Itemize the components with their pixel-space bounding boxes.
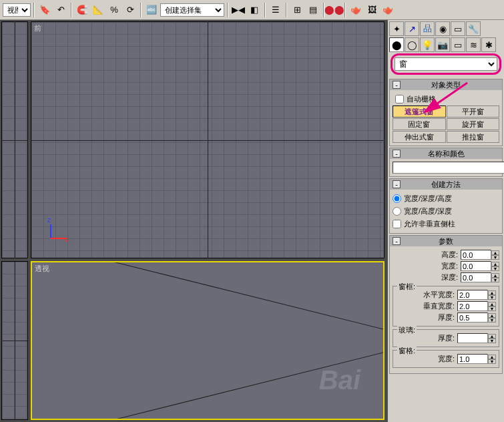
rollout-header[interactable]: - 对象类型: [390, 79, 502, 90]
curve-editor-icon[interactable]: ⊞: [290, 3, 304, 17]
rollout-header[interactable]: - 名称和颜色: [390, 148, 502, 159]
gthick-spinner[interactable]: [457, 333, 488, 343]
group-frame: 窗框: 水平宽度: ▲▼ 垂直宽度: ▲▼ 厚度: ▲▼: [393, 286, 499, 327]
layers-icon[interactable]: ☰: [268, 3, 283, 17]
spinner-down-icon[interactable]: ▼: [488, 339, 496, 343]
vwidth-label: 垂直宽度:: [423, 301, 455, 311]
category-highlight: 窗: [391, 53, 501, 75]
obj-btn-projected-window[interactable]: 伸出式窗: [393, 131, 446, 143]
hwidth-spinner[interactable]: [457, 290, 488, 300]
spinner-down-icon[interactable]: ▼: [491, 255, 499, 260]
obj-btn-sliding-window[interactable]: 推拉窗: [447, 131, 500, 143]
separator: [264, 3, 266, 17]
tab-motion-icon[interactable]: ◉: [435, 21, 450, 36]
collapse-icon[interactable]: -: [393, 180, 401, 188]
spinner-down-icon[interactable]: ▼: [488, 318, 496, 323]
tab-utilities-icon[interactable]: 🔧: [466, 21, 481, 36]
subtab-systems-icon[interactable]: ✱: [481, 37, 496, 52]
selection-set-dropdown[interactable]: 创建选择集: [160, 3, 224, 17]
spinner-up-icon[interactable]: ▲: [491, 262, 499, 266]
radio-wdh[interactable]: [393, 194, 401, 203]
viewport-label: 前: [34, 23, 41, 33]
render-setup-icon[interactable]: 🫖: [348, 3, 363, 17]
group-glass: 玻璃: 厚度: ▲▼: [393, 329, 499, 347]
viewport-bottom-left-small[interactable]: [1, 261, 28, 420]
spinner-up-icon[interactable]: ▲: [491, 250, 499, 255]
render-frame-icon[interactable]: 🖼: [364, 3, 379, 17]
spinner-up-icon[interactable]: ▲: [491, 273, 499, 278]
quick-render-icon[interactable]: 🫖: [381, 3, 395, 17]
spinner-up-icon[interactable]: ▲: [488, 290, 496, 295]
tab-hierarchy-icon[interactable]: 品: [420, 21, 435, 36]
snap-toggle-icon[interactable]: 🧲: [75, 3, 89, 17]
obj-btn-pivot-window[interactable]: 旋开窗: [447, 118, 500, 130]
spinner-snap-icon[interactable]: ⟳: [123, 3, 138, 17]
object-name-input[interactable]: [393, 162, 504, 174]
tab-create-icon[interactable]: ✦: [389, 21, 404, 36]
gridw-label: 宽度:: [438, 354, 455, 364]
spinner-up-icon[interactable]: ▲: [488, 302, 496, 306]
spinner-down-icon[interactable]: ▼: [491, 278, 499, 282]
width-spinner[interactable]: [461, 261, 491, 271]
separator: [33, 3, 35, 17]
named-selection-icon[interactable]: 🔤: [144, 3, 159, 17]
spinner-down-icon[interactable]: ▼: [488, 359, 496, 364]
schematic-view-icon[interactable]: ▤: [306, 3, 320, 17]
create-subtabs: ⬤ ◯ 💡 📷 ▭ ≋ ✱: [389, 37, 503, 52]
subtab-lights-icon[interactable]: 💡: [420, 37, 435, 52]
spinner-down-icon[interactable]: ▼: [488, 295, 496, 300]
subtab-spacewarps-icon[interactable]: ≋: [466, 37, 481, 52]
radio-label: 宽度/高度/深度: [404, 206, 452, 216]
obj-btn-casement-window[interactable]: 平开窗: [447, 106, 500, 118]
obj-btn-fixed-window[interactable]: 固定窗: [393, 118, 446, 130]
group-grid: 窗格: 宽度: ▲▼: [393, 350, 499, 368]
spinner-up-icon[interactable]: ▲: [488, 334, 496, 339]
spinner-down-icon[interactable]: ▼: [491, 266, 499, 271]
height-spinner[interactable]: [461, 250, 491, 260]
radio-whd[interactable]: [393, 207, 401, 216]
viewport-front[interactable]: 前 z x: [31, 21, 385, 258]
percent-snap-icon[interactable]: %: [107, 3, 121, 17]
group-label: 玻璃:: [397, 325, 417, 335]
vwidth-spinner[interactable]: [457, 301, 488, 311]
mirror-icon[interactable]: ▶◀: [231, 3, 246, 17]
spinner-up-icon[interactable]: ▲: [488, 313, 496, 318]
rollout-header[interactable]: - 创建方法: [390, 179, 502, 190]
angle-snap-icon[interactable]: 📐: [91, 3, 105, 17]
depth-label: 深度:: [441, 272, 458, 282]
collapse-icon[interactable]: -: [393, 237, 401, 245]
fthick-label: 厚度:: [438, 312, 455, 323]
category-dropdown[interactable]: 窗: [395, 57, 497, 71]
tab-display-icon[interactable]: ▭: [451, 21, 465, 36]
tab-modify-icon[interactable]: ↗: [405, 21, 419, 36]
width-label: 宽度:: [441, 261, 458, 271]
collapse-icon[interactable]: -: [393, 150, 401, 158]
spinner-down-icon[interactable]: ▼: [488, 306, 496, 311]
obj-btn-awning-window[interactable]: 遮篷式窗: [393, 106, 446, 118]
rollout-title: 对象类型: [431, 80, 461, 90]
viewport-perspective[interactable]: 透视: [31, 261, 385, 420]
auto-grid-checkbox[interactable]: [395, 95, 404, 103]
command-panel: ✦ ↗ 品 ◉ ▭ 🔧 ⬤ ◯ 💡 📷 ▭ ≋ ✱ 窗 - 对象类型 自动栅格: [387, 20, 504, 422]
viewport-left-small[interactable]: [1, 21, 28, 258]
subtab-geometry-icon[interactable]: ⬤: [389, 37, 404, 52]
height-label: 高度:: [441, 250, 458, 260]
rollout-header[interactable]: - 参数: [390, 236, 502, 246]
subtab-shapes-icon[interactable]: ◯: [405, 37, 419, 52]
spinner-up-icon[interactable]: ▲: [488, 355, 496, 359]
bookmark-icon[interactable]: 🔖: [37, 3, 52, 17]
undo-icon[interactable]: ↶: [53, 3, 68, 17]
align-icon[interactable]: ◧: [247, 3, 262, 17]
collapse-icon[interactable]: -: [393, 81, 401, 89]
rollout-title: 创建方法: [431, 180, 461, 190]
depth-spinner[interactable]: [461, 272, 491, 282]
fthick-spinner[interactable]: [457, 312, 488, 323]
rollout-name-color: - 名称和颜色: [389, 148, 503, 177]
gthick-label: 厚度:: [438, 333, 455, 343]
gridw-spinner[interactable]: [457, 354, 488, 364]
subtab-cameras-icon[interactable]: 📷: [435, 37, 450, 52]
material-editor-icon[interactable]: ⬤⬤: [327, 3, 342, 17]
allow-nonvert-checkbox[interactable]: [393, 220, 401, 228]
view-dropdown[interactable]: 视图: [3, 3, 31, 17]
subtab-helpers-icon[interactable]: ▭: [451, 37, 465, 52]
